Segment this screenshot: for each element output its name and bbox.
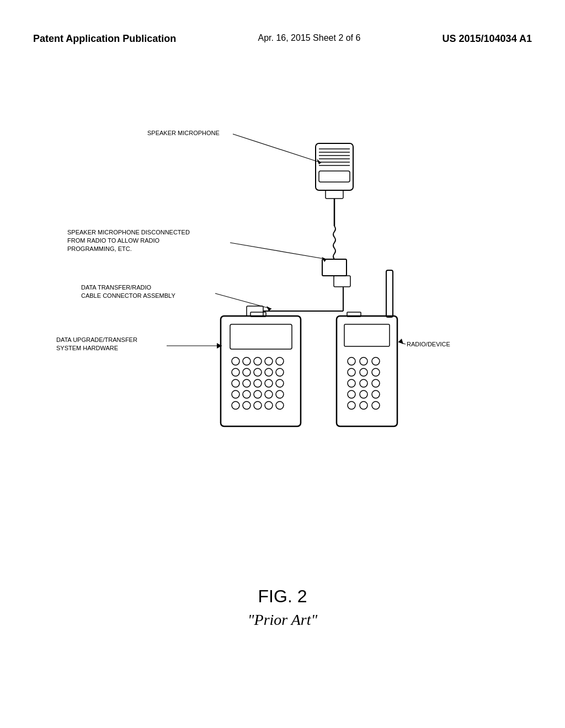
figure-prior-art: "Prior Art"	[0, 611, 565, 629]
hw-key-r1c2	[243, 357, 250, 365]
hw-key-r1c5	[276, 357, 284, 365]
radio-key-r3c2	[360, 379, 367, 387]
hw-key-r4c2	[243, 390, 250, 398]
mic-body	[316, 143, 353, 190]
radio-key-r2c3	[372, 368, 380, 376]
radio-key-r4c3	[372, 390, 380, 398]
cable-right-plug	[334, 276, 350, 287]
figure-number: FIG. 2	[0, 586, 565, 607]
radio-key-r1c1	[348, 357, 355, 365]
diagram-svg: SPEAKER MICROPHONE SPEAKER MICR	[33, 88, 532, 540]
mic-plug	[322, 259, 347, 276]
hw-key-r3c5	[276, 379, 284, 387]
radio-key-r5c2	[360, 402, 367, 409]
speaker-mic-arrow	[233, 134, 321, 163]
speaker-mic-label: SPEAKER MICROPHONE	[147, 130, 220, 136]
hw-key-r5c3	[254, 402, 262, 409]
cable-arrowhead	[266, 306, 271, 311]
figure-caption: FIG. 2 "Prior Art"	[0, 586, 565, 629]
page-container: Patent Application Publication Apr. 16, …	[0, 0, 565, 728]
radio-arrowhead	[398, 339, 403, 344]
mic-disconnected-label-3: PROGRAMMING, ETC.	[67, 245, 132, 252]
page-header: Patent Application Publication Apr. 16, …	[0, 33, 565, 45]
hw-key-r2c3	[254, 368, 262, 376]
hardware-device-body	[221, 316, 301, 426]
radio-key-r1c3	[372, 357, 380, 365]
hw-key-r4c1	[232, 390, 239, 398]
hardware-screen	[230, 324, 292, 349]
hardware-label-2: SYSTEM HARDWARE	[56, 345, 118, 351]
hw-key-r2c5	[276, 368, 284, 376]
hw-key-r4c3	[254, 390, 262, 398]
mic-disconnected-label-2: FROM RADIO TO ALLOW RADIO	[67, 237, 160, 244]
mic-ptt-button	[319, 171, 350, 182]
hw-key-r4c5	[276, 390, 284, 398]
radio-key-r4c1	[348, 390, 355, 398]
radio-key-r1c2	[360, 357, 367, 365]
radio-screen	[344, 324, 390, 346]
publication-title: Patent Application Publication	[33, 33, 176, 45]
mic-connector	[326, 190, 343, 199]
radio-key-r3c1	[348, 379, 355, 387]
radio-key-r3c3	[372, 379, 380, 387]
hw-key-r2c2	[243, 368, 250, 376]
mic-cable-coil	[333, 226, 335, 259]
cable-left-plug	[247, 306, 263, 316]
hw-key-r5c5	[276, 402, 284, 409]
hw-key-r1c1	[232, 357, 239, 365]
sheet-info: Apr. 16, 2015 Sheet 2 of 6	[258, 33, 360, 43]
patent-number: US 2015/104034 A1	[443, 33, 532, 45]
radio-antenna	[386, 270, 393, 317]
radio-key-r5c1	[348, 402, 355, 409]
hw-key-r3c1	[232, 379, 239, 387]
hw-key-r5c2	[243, 402, 250, 409]
hardware-label-1: DATA UPGRADE/TRANSFER	[56, 336, 137, 343]
cable-label-2: CABLE CONNECTOR ASSEMBLY	[81, 292, 175, 299]
radio-key-r4c2	[360, 390, 367, 398]
hw-key-r5c1	[232, 402, 239, 409]
cable-label-1: DATA TRANSFER/RADIO	[81, 284, 152, 291]
diagram-area: SPEAKER MICROPHONE SPEAKER MICR	[33, 88, 532, 540]
radio-key-r2c2	[360, 368, 367, 376]
radio-key-r5c3	[372, 402, 380, 409]
hw-key-r1c4	[265, 357, 273, 365]
hw-key-r1c3	[254, 357, 262, 365]
hw-key-r3c2	[243, 379, 250, 387]
mic-disconnected-label-1: SPEAKER MICROPHONE DISCONNECTED	[67, 229, 190, 235]
hw-key-r2c1	[232, 368, 239, 376]
radio-device-label: RADIO/DEVICE	[407, 341, 450, 347]
hw-key-r2c4	[265, 368, 273, 376]
hw-key-r3c4	[265, 379, 273, 387]
hw-key-r4c4	[265, 390, 273, 398]
disconnected-arrow	[230, 243, 327, 259]
hw-key-r5c4	[265, 402, 273, 409]
radio-key-r2c1	[348, 368, 355, 376]
hw-key-r3c3	[254, 379, 262, 387]
